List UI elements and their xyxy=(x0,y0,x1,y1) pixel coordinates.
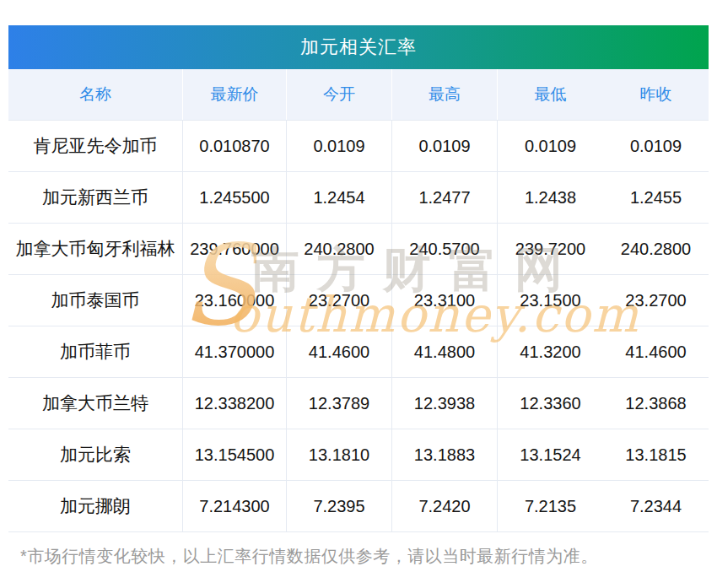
table-row: 加拿大币匈牙利福林 239.760000 240.2800 240.5700 2… xyxy=(8,224,709,275)
open-value: 41.4600 xyxy=(287,326,392,377)
low-value: 239.7200 xyxy=(498,224,603,274)
prev-close-value: 1.2455 xyxy=(603,172,709,223)
high-value: 0.0109 xyxy=(392,121,498,171)
pair-name: 加币泰国币 xyxy=(8,275,183,326)
pair-name: 加币菲币 xyxy=(8,326,183,377)
open-value: 7.2395 xyxy=(287,481,392,531)
latest-price-value: 239.760000 xyxy=(183,224,287,274)
pair-name: 加拿大币匈牙利福林 xyxy=(8,224,183,274)
open-value: 23.2700 xyxy=(287,275,392,326)
column-header-name: 名称 xyxy=(8,69,183,120)
table-row: 加元挪朗 7.214300 7.2395 7.2420 7.2135 7.234… xyxy=(8,481,709,532)
table-header-row: 名称 最新价 今开 最高 最低 昨收 xyxy=(8,69,709,121)
low-value: 23.1500 xyxy=(498,275,603,326)
latest-price-value: 12.338200 xyxy=(183,378,287,429)
latest-price-value: 13.154500 xyxy=(183,429,287,480)
prev-close-value: 7.2344 xyxy=(603,481,709,531)
low-value: 7.2135 xyxy=(498,481,603,531)
table-row: 肯尼亚先令加币 0.010870 0.0109 0.0109 0.0109 0.… xyxy=(8,121,709,172)
high-value: 1.2477 xyxy=(392,172,498,223)
low-value: 13.1524 xyxy=(498,429,603,480)
column-header-prev-close: 昨收 xyxy=(603,69,709,120)
low-value: 12.3360 xyxy=(498,378,603,429)
latest-price-value: 7.214300 xyxy=(183,481,287,531)
open-value: 12.3789 xyxy=(287,378,392,429)
high-value: 12.3938 xyxy=(392,378,498,429)
table-row: 加拿大币兰特 12.338200 12.3789 12.3938 12.3360… xyxy=(8,378,709,429)
high-value: 7.2420 xyxy=(392,481,498,531)
prev-close-value: 12.3868 xyxy=(603,378,709,429)
low-value: 0.0109 xyxy=(498,121,603,171)
latest-price-value: 1.245500 xyxy=(183,172,287,223)
table-row: 加元新西兰币 1.245500 1.2454 1.2477 1.2438 1.2… xyxy=(8,172,709,224)
disclaimer-text: *市场行情变化较快，以上汇率行情数据仅供参考，请以当时最新行情为准。 xyxy=(20,545,598,568)
column-header-high: 最高 xyxy=(392,69,498,120)
prev-close-value: 240.2800 xyxy=(603,224,709,274)
open-value: 13.1810 xyxy=(287,429,392,480)
exchange-rate-figure: 加元相关汇率 名称 最新价 今开 最高 最低 昨收 肯尼亚先令加币 0.0108… xyxy=(0,0,717,588)
low-value: 41.3200 xyxy=(498,326,603,377)
column-header-low: 最低 xyxy=(498,69,603,120)
prev-close-value: 0.0109 xyxy=(603,121,709,171)
pair-name: 加元新西兰币 xyxy=(8,172,183,223)
table-row: 加元比索 13.154500 13.1810 13.1883 13.1524 1… xyxy=(8,429,709,481)
prev-close-value: 41.4600 xyxy=(603,326,709,377)
prev-close-value: 23.2700 xyxy=(603,275,709,326)
latest-price-value: 0.010870 xyxy=(183,121,287,171)
pair-name: 肯尼亚先令加币 xyxy=(8,121,183,171)
prev-close-value: 13.1815 xyxy=(603,429,709,480)
high-value: 240.5700 xyxy=(392,224,498,274)
open-value: 240.2800 xyxy=(287,224,392,274)
high-value: 23.3100 xyxy=(392,275,498,326)
pair-name: 加元挪朗 xyxy=(8,481,183,531)
table-row: 加币泰国币 23.160000 23.2700 23.3100 23.1500 … xyxy=(8,275,709,326)
high-value: 13.1883 xyxy=(392,429,498,480)
column-header-open: 今开 xyxy=(287,69,392,120)
low-value: 1.2438 xyxy=(498,172,603,223)
table-title: 加元相关汇率 xyxy=(300,35,417,60)
high-value: 41.4800 xyxy=(392,326,498,377)
open-value: 1.2454 xyxy=(287,172,392,223)
table-row: 加币菲币 41.370000 41.4600 41.4800 41.3200 4… xyxy=(8,326,709,378)
table-title-bar: 加元相关汇率 xyxy=(8,25,709,69)
open-value: 0.0109 xyxy=(287,121,392,171)
pair-name: 加元比索 xyxy=(8,429,183,480)
column-header-latest-price: 最新价 xyxy=(183,69,287,120)
latest-price-value: 41.370000 xyxy=(183,326,287,377)
latest-price-value: 23.160000 xyxy=(183,275,287,326)
rate-table-panel: 加元相关汇率 名称 最新价 今开 最高 最低 昨收 肯尼亚先令加币 0.0108… xyxy=(8,25,709,532)
pair-name: 加拿大币兰特 xyxy=(8,378,183,429)
